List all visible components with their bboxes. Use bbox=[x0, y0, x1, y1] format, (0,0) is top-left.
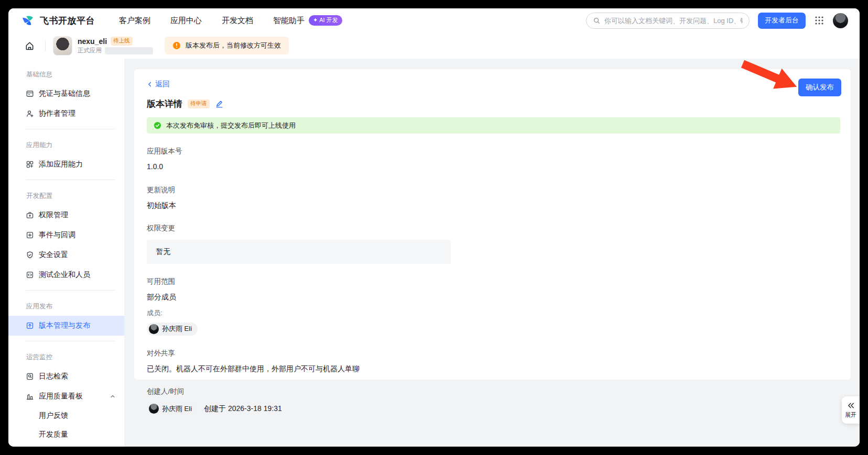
edit-icon[interactable] bbox=[215, 99, 224, 108]
divider bbox=[26, 129, 115, 129]
sidebar-item-log-search[interactable]: 日志检索 bbox=[8, 367, 124, 386]
creator-chip: 孙庆雨 Eli bbox=[147, 402, 198, 415]
field-availability: 可用范围 部分成员 成员: 孙庆雨 Eli bbox=[147, 277, 840, 336]
shield-check-icon bbox=[26, 251, 34, 259]
briefcase-icon bbox=[26, 211, 34, 219]
chevron-up-icon[interactable] bbox=[110, 393, 116, 399]
search-icon bbox=[593, 17, 601, 25]
chevron-left-icon bbox=[147, 81, 153, 87]
sidebar-item-permissions[interactable]: 权限管理 bbox=[8, 205, 124, 225]
sidebar-section-ops-monitoring: 运营监控 bbox=[8, 347, 124, 367]
field-version-number: 应用版本号 1.0.0 bbox=[147, 147, 840, 172]
brand-title: 飞书开放平台 bbox=[40, 15, 95, 27]
nav-item-ai-assistant[interactable]: 智能助手 ✦AI 开发 bbox=[273, 15, 342, 26]
ai-dev-badge: ✦AI 开发 bbox=[309, 15, 342, 26]
app-grid-icon[interactable] bbox=[814, 15, 824, 26]
developer-console-button[interactable]: 开发者后台 bbox=[758, 13, 806, 29]
divider bbox=[26, 290, 115, 291]
check-circle-icon bbox=[154, 121, 161, 129]
sidebar-item-credentials[interactable]: 凭证与基础信息 bbox=[8, 84, 124, 104]
creator-avatar bbox=[149, 404, 159, 414]
sidebar-section-dev-config: 开发配置 bbox=[8, 185, 124, 205]
members-label: 成员: bbox=[147, 308, 840, 318]
nav-item-dev-docs[interactable]: 开发文档 bbox=[222, 16, 253, 26]
sidebar-item-security-settings[interactable]: 安全设置 bbox=[8, 245, 124, 265]
warning-icon bbox=[172, 41, 181, 50]
app-name: nexu_eli bbox=[78, 37, 107, 46]
created-time: 创建于 2026-3-18 19:31 bbox=[204, 404, 282, 414]
sidebar-item-collaborators[interactable]: 协作者管理 bbox=[8, 104, 124, 124]
app-type-label: 正式应用 bbox=[78, 47, 102, 54]
app-status-badge: 待上线 bbox=[111, 37, 133, 46]
confirm-publish-button[interactable]: 确认发布 bbox=[798, 79, 841, 96]
app-avatar bbox=[53, 36, 72, 56]
divider bbox=[45, 40, 46, 51]
member-avatar bbox=[149, 324, 159, 334]
sidebar-item-version-management[interactable]: 版本管理与发布 bbox=[8, 316, 124, 336]
id-card-icon bbox=[26, 90, 34, 98]
home-icon bbox=[25, 41, 35, 51]
user-avatar[interactable] bbox=[833, 13, 848, 28]
code-icon bbox=[26, 271, 34, 279]
main-area: 确认发布 返回 版本详情 待申请 bbox=[124, 59, 860, 447]
field-external-sharing: 对外共享 已关闭。机器人不可在外部群中使用，外部用户不可与机器人单聊 bbox=[147, 349, 840, 374]
sidebar-subitem-user-feedback[interactable]: 用户反馈 bbox=[8, 406, 124, 425]
sidebar-section-app-capability: 应用能力 bbox=[8, 135, 124, 154]
permission-changes-box: 暂无 bbox=[147, 240, 451, 264]
log-search-icon bbox=[26, 372, 34, 381]
divider bbox=[26, 341, 115, 341]
nav-item-customer-cases[interactable]: 客户案例 bbox=[119, 16, 150, 26]
warning-banner: 版本发布后，当前修改方可生效 bbox=[165, 37, 289, 54]
expand-label: 展开 bbox=[845, 411, 856, 419]
version-detail-card: 确认发布 返回 版本详情 待申请 bbox=[134, 69, 851, 380]
page-title: 版本详情 bbox=[147, 98, 182, 110]
success-banner-text: 本次发布免审核，提交发布后即可上线使用 bbox=[166, 121, 296, 130]
feishu-logo-icon bbox=[21, 14, 35, 28]
expand-panel-button[interactable]: 展开 bbox=[842, 396, 860, 424]
success-banner: 本次发布免审核，提交发布后即可上线使用 bbox=[147, 117, 840, 134]
brand[interactable]: 飞书开放平台 bbox=[21, 14, 95, 28]
field-update-notes: 更新说明 初始版本 bbox=[147, 185, 840, 211]
divider bbox=[26, 180, 115, 180]
member-chip: 孙庆雨 Eli bbox=[147, 323, 198, 336]
top-navigation: 飞书开放平台 客户案例 应用中心 开发文档 智能助手 ✦AI 开发 开发者后台 bbox=[8, 8, 860, 32]
field-permission-changes: 权限变更 暂无 bbox=[147, 224, 840, 264]
square-plus-icon bbox=[26, 231, 34, 239]
app-header: nexu_eli 待上线 正式应用 版本发布后，当前修改方可生效 bbox=[8, 32, 860, 59]
dashboard-chart-icon bbox=[26, 392, 34, 401]
app-window: 飞书开放平台 客户案例 应用中心 开发文档 智能助手 ✦AI 开发 开发者后台 bbox=[8, 8, 860, 447]
warning-text: 版本发布后，当前修改方可生效 bbox=[186, 41, 281, 50]
person-add-icon bbox=[26, 109, 34, 118]
publish-icon bbox=[26, 321, 34, 330]
sidebar-item-test-org-users[interactable]: 测试企业和人员 bbox=[8, 265, 124, 285]
sidebar-subitem-dev-quality[interactable]: 开发质量 bbox=[8, 425, 124, 444]
sidebar-item-add-capability[interactable]: 添加应用能力 bbox=[8, 154, 124, 174]
global-search[interactable] bbox=[586, 13, 750, 29]
sidebar: 基础信息 凭证与基础信息 协作者管理 应用能力 添加应用能力 bbox=[8, 59, 124, 447]
pending-application-badge: 待申请 bbox=[188, 99, 210, 108]
sidebar-section-basic-info: 基础信息 bbox=[8, 64, 124, 84]
field-creator-time: 创建人/时间 孙庆雨 Eli 创建于 2026-3-18 19:31 bbox=[147, 387, 840, 415]
sidebar-item-events-callbacks[interactable]: 事件与回调 bbox=[8, 225, 124, 245]
nav-menu: 客户案例 应用中心 开发文档 智能助手 ✦AI 开发 bbox=[119, 15, 342, 26]
sidebar-section-app-release: 应用发布 bbox=[8, 296, 124, 316]
grid-plus-icon bbox=[26, 160, 34, 169]
search-input[interactable] bbox=[604, 17, 743, 25]
double-chevron-left-icon bbox=[847, 402, 855, 409]
redacted-app-id bbox=[105, 47, 153, 54]
nav-item-app-center[interactable]: 应用中心 bbox=[170, 16, 202, 26]
sparkle-icon: ✦ bbox=[313, 17, 318, 24]
back-link[interactable]: 返回 bbox=[147, 80, 170, 89]
sidebar-item-quality-dashboard[interactable]: 应用质量看板 bbox=[8, 386, 124, 406]
home-button[interactable] bbox=[21, 37, 38, 54]
